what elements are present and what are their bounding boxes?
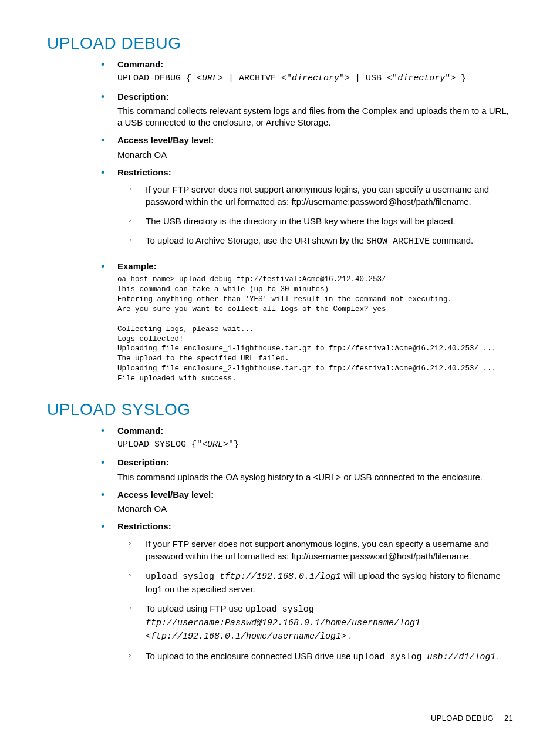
command-label: Command: <box>117 59 513 70</box>
command-text: UPLOAD DEBUG { <URL> | ARCHIVE <"directo… <box>117 73 513 85</box>
footer-page-number: 21 <box>504 714 513 723</box>
restriction-item: To upload to Archive Storage, use the UR… <box>117 234 513 255</box>
description-text: This command collects relevant system lo… <box>117 105 513 129</box>
restriction-item: If your FTP server does not support anon… <box>117 183 513 215</box>
restrictions-label: Restrictions: <box>117 521 513 532</box>
item-restrictions: Restrictions: If your FTP server does no… <box>94 521 513 676</box>
command-text: UPLOAD SYSLOG {"<URL>"} <box>117 439 513 451</box>
access-text: Monarch OA <box>117 503 513 515</box>
access-text: Monarch OA <box>117 149 513 161</box>
example-label: Example: <box>117 261 513 272</box>
section-title-upload-debug: UPLOAD DEBUG <box>47 34 513 53</box>
description-label: Description: <box>117 91 513 103</box>
item-access-level: Access level/Bay level: Monarch OA <box>94 489 513 521</box>
item-access-level: Access level/Bay level: Monarch OA <box>94 134 513 167</box>
section-2-list: Command: UPLOAD SYSLOG {"<URL>"} Descrip… <box>94 425 513 676</box>
item-description: Description: This command collects relev… <box>94 91 513 135</box>
restrictions-label: Restrictions: <box>117 167 513 178</box>
item-command: Command: UPLOAD DEBUG { <URL> | ARCHIVE … <box>94 59 513 91</box>
access-label: Access level/Bay level: <box>117 134 513 146</box>
restriction-item: The USB directory is the directory in th… <box>117 215 513 234</box>
page-footer: UPLOAD DEBUG 21 <box>431 714 513 723</box>
section-title-upload-syslog: UPLOAD SYSLOG <box>47 400 513 419</box>
item-command: Command: UPLOAD SYSLOG {"<URL>"} <box>94 425 513 457</box>
description-label: Description: <box>117 457 513 468</box>
footer-label: UPLOAD DEBUG <box>431 714 494 723</box>
example-text: oa_host_name> upload debug ftp://festiva… <box>117 275 513 384</box>
description-text: This command uploads the OA syslog histo… <box>117 471 513 483</box>
restrictions-sublist: If your FTP server does not support anon… <box>117 538 513 670</box>
restriction-item: To upload to the enclosure connected USB… <box>117 650 513 670</box>
access-label: Access level/Bay level: <box>117 489 513 501</box>
restriction-item: upload syslog tftp://192.168.0.1/log1 wi… <box>117 569 513 602</box>
item-restrictions: Restrictions: If your FTP server does no… <box>94 167 513 261</box>
restrictions-sublist: If your FTP server does not support anon… <box>117 183 513 255</box>
section-1-list: Command: UPLOAD DEBUG { <URL> | ARCHIVE … <box>94 59 513 390</box>
restriction-item: To upload using FTP use upload syslogftp… <box>117 602 513 650</box>
command-label: Command: <box>117 425 513 437</box>
restriction-item: If your FTP server does not support anon… <box>117 538 513 569</box>
item-description: Description: This command uploads the OA… <box>94 457 513 489</box>
item-example: Example: oa_host_name> upload debug ftp:… <box>94 261 513 390</box>
page: UPLOAD DEBUG Command: UPLOAD DEBUG { <UR… <box>0 0 560 746</box>
